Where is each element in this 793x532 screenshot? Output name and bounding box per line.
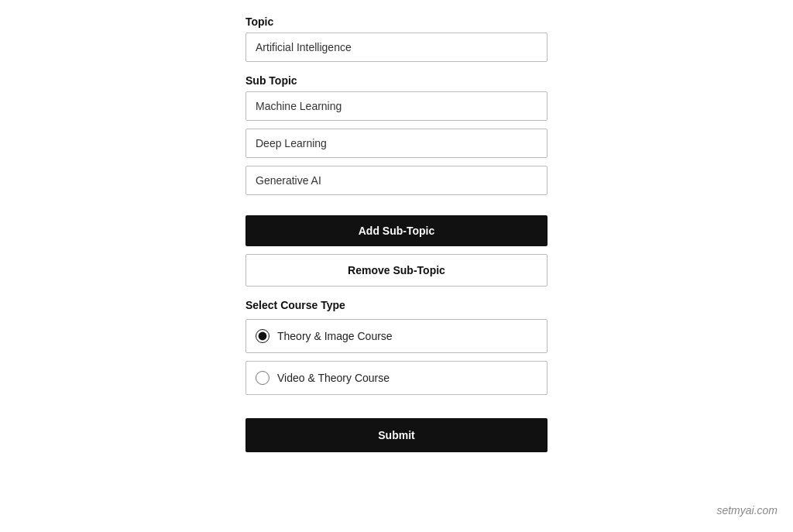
add-subtopic-button[interactable]: Add Sub-Topic: [245, 215, 548, 246]
topic-label: Topic: [245, 15, 548, 28]
course-option-video-theory-label: Video & Theory Course: [277, 372, 390, 384]
submit-button[interactable]: Submit: [245, 418, 548, 452]
subtopic-inputs-container: [245, 91, 548, 195]
course-type-group: Select Course Type Theory & Image Course…: [245, 299, 548, 403]
course-option-theory-image[interactable]: Theory & Image Course: [245, 319, 548, 353]
remove-subtopic-button[interactable]: Remove Sub-Topic: [245, 254, 548, 287]
topic-input[interactable]: [245, 33, 548, 62]
radio-theory-image[interactable]: [256, 329, 269, 343]
subtopic-label: Sub Topic: [245, 74, 548, 87]
subtopic-field-group: Sub Topic: [245, 74, 548, 203]
watermark: setmyai.com: [716, 504, 778, 517]
course-option-video-theory[interactable]: Video & Theory Course: [245, 361, 548, 395]
course-option-theory-image-label: Theory & Image Course: [277, 330, 393, 342]
topic-field-group: Topic: [245, 15, 548, 62]
main-form: Topic Sub Topic Add Sub-Topic Remove Sub…: [245, 15, 548, 452]
subtopic-input-0[interactable]: [245, 91, 548, 121]
course-type-label: Select Course Type: [245, 299, 548, 311]
subtopic-input-1[interactable]: [245, 129, 548, 158]
subtopic-input-2[interactable]: [245, 166, 548, 195]
radio-video-theory[interactable]: [256, 371, 269, 385]
